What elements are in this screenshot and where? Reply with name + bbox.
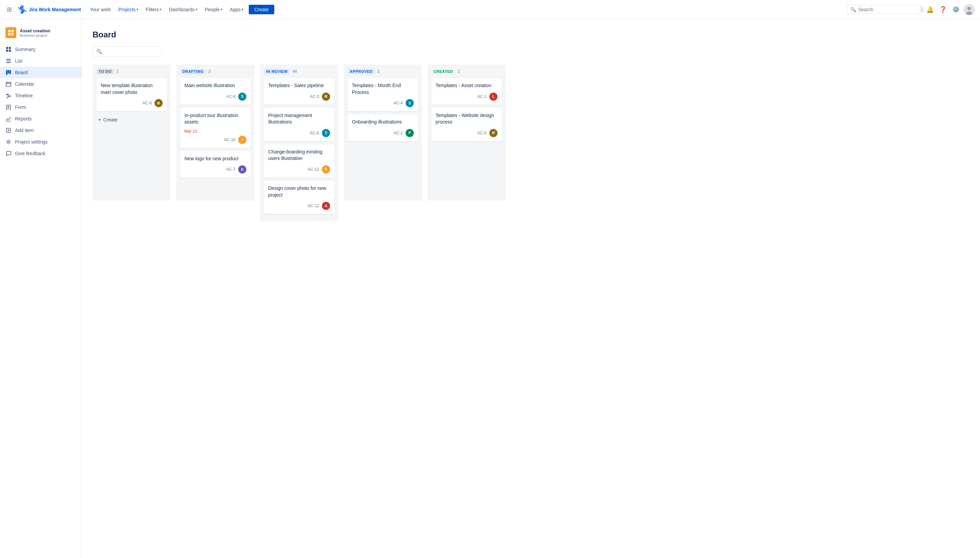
card-ticket-id: AC-3 xyxy=(310,94,319,99)
card-ticket-id: AC-6 xyxy=(478,131,487,135)
card-avatar: J xyxy=(238,136,246,144)
card[interactable]: New template illustration main cover pho… xyxy=(97,78,167,111)
column-count-todo: 1 xyxy=(117,69,119,74)
sidebar-item-add-item[interactable]: Add item xyxy=(0,125,81,136)
nav-your-work[interactable]: Your work xyxy=(87,5,114,14)
logo-text: Jira Work Management xyxy=(29,7,81,12)
grid-icon[interactable]: ⊞ xyxy=(5,5,13,15)
board-search-icon: 🔍 xyxy=(96,49,102,54)
board-search-input[interactable] xyxy=(104,49,164,54)
column-count-created: 2 xyxy=(458,69,460,74)
help-icon[interactable]: ❓ xyxy=(938,5,948,15)
settings-icon[interactable]: ⚙️ xyxy=(951,5,961,15)
sidebar: Asset creation Business project Summary … xyxy=(0,19,82,558)
sidebar-item-calendar[interactable]: Calendar xyxy=(0,78,81,90)
card[interactable]: Templates - Sales pipelineAC-3M xyxy=(264,78,334,105)
card[interactable]: New logo for new productAC-7K xyxy=(181,151,250,178)
list-icon xyxy=(5,58,11,64)
sidebar-item-label: Reports xyxy=(15,116,32,121)
card[interactable]: In-product tour illustration assetsMar 1… xyxy=(181,108,250,148)
form-icon xyxy=(5,104,11,110)
search-input[interactable] xyxy=(858,7,918,12)
svg-point-1 xyxy=(967,7,971,10)
card[interactable]: Main website illustrationAC-6S xyxy=(181,78,250,105)
sidebar-item-timeline[interactable]: Timeline xyxy=(0,90,81,102)
sidebar-item-label: Timeline xyxy=(15,93,33,98)
card[interactable]: Templates - Website design processAC-6M xyxy=(432,108,502,141)
sidebar-item-label: List xyxy=(15,58,23,64)
card-date: Mar 12 xyxy=(184,129,246,134)
card-title: Templates - Asset creation xyxy=(435,82,497,89)
nav-people[interactable]: People ▾ xyxy=(202,5,226,14)
nav-projects[interactable]: Projects ▾ xyxy=(115,5,142,14)
svg-rect-10 xyxy=(9,50,11,52)
nav-apps[interactable]: Apps ▾ xyxy=(227,5,247,14)
project-name: Asset creation xyxy=(20,28,50,33)
svg-rect-20 xyxy=(7,97,8,98)
card[interactable]: Design cover photo for new projectAC-12A xyxy=(264,181,334,214)
svg-rect-13 xyxy=(6,62,11,63)
chevron-down-icon: ▾ xyxy=(196,8,197,11)
card[interactable]: Change-boarding existing users illustrat… xyxy=(264,144,334,177)
svg-rect-8 xyxy=(9,47,11,49)
sidebar-item-label: Project settings xyxy=(15,139,48,144)
sidebar-item-label: Form xyxy=(15,105,26,110)
card-title: Onboarding illustrations xyxy=(352,119,414,126)
create-card-button[interactable]: + Create xyxy=(97,115,167,125)
notifications-icon[interactable]: 🔔 xyxy=(925,5,935,15)
timeline-icon xyxy=(5,92,11,98)
sidebar-item-summary[interactable]: Summary xyxy=(0,44,81,55)
card-ticket-id: AC-4 xyxy=(394,101,403,105)
card[interactable]: Project management illustrationsAC-8S xyxy=(264,108,334,141)
column-count-drafting: 3 xyxy=(208,69,211,74)
board-search-box[interactable]: 🔍 xyxy=(92,46,161,56)
card-title: New template illustration main cover pho… xyxy=(101,82,163,95)
card-title: Change-boarding existing users illustrat… xyxy=(268,149,330,162)
sidebar-item-form[interactable]: Form xyxy=(0,102,81,113)
card-title: In-product tour illustration assets xyxy=(184,112,246,126)
card[interactable]: Onboarding illustrationsAC-2P xyxy=(348,115,418,141)
board-columns: TO DO1New template illustration main cov… xyxy=(92,65,969,222)
board-column-inreview: IN REVIEW44Templates - Sales pipelineAC-… xyxy=(260,65,338,222)
card-title: Templates - Website design process xyxy=(435,112,497,126)
nav-filters[interactable]: Filters ▾ xyxy=(142,5,165,14)
card-ticket-id: AC-18 xyxy=(224,138,235,142)
board-column-drafting: DRAFTING3Main website illustrationAC-6SI… xyxy=(176,65,254,201)
svg-rect-14 xyxy=(6,70,8,75)
user-avatar[interactable] xyxy=(964,4,975,15)
sidebar-item-give-feedback[interactable]: Give feedback xyxy=(0,148,81,159)
card-ticket-id: AC-2 xyxy=(394,131,403,135)
topnav: ⊞ Jira Work Management Your work xyxy=(0,0,980,19)
logo[interactable]: Jira Work Management xyxy=(17,5,81,14)
card-ticket-id: AC-12 xyxy=(308,204,319,208)
search-icon: 🔍 xyxy=(850,7,856,12)
sidebar-item-list[interactable]: List xyxy=(0,55,81,67)
column-label-approved: APPROVED xyxy=(348,69,375,74)
nav-dashboards[interactable]: Dashboards ▾ xyxy=(165,5,201,14)
main-content: Board 🔍 TO DO1New template illustration … xyxy=(82,19,980,558)
chevron-down-icon: ▾ xyxy=(241,8,243,11)
svg-rect-11 xyxy=(6,59,11,59)
column-label-todo: TO DO xyxy=(97,69,114,74)
create-button[interactable]: Create xyxy=(249,5,274,14)
topnav-links: Your work Projects ▾ Filters ▾ Dashboard… xyxy=(87,5,845,14)
feedback-icon xyxy=(5,150,11,156)
svg-rect-18 xyxy=(6,94,9,95)
card-ticket-id: AC-7 xyxy=(226,167,235,172)
card-avatar: P xyxy=(405,129,414,137)
sidebar-item-project-settings[interactable]: Project settings xyxy=(0,136,81,148)
search-box[interactable]: 🔍 / xyxy=(847,5,922,14)
sidebar-item-label: Board xyxy=(15,70,28,75)
sidebar-item-label: Summary xyxy=(15,47,35,52)
svg-rect-5 xyxy=(8,33,11,35)
column-count-approved: 2 xyxy=(378,69,380,74)
card[interactable]: Templates - Month End ProcessAC-4S xyxy=(348,78,418,111)
card-avatar: M xyxy=(154,99,163,107)
card[interactable]: Templates - Asset creationAC-1L xyxy=(432,78,502,105)
sidebar-item-reports[interactable]: Reports xyxy=(0,113,81,125)
sidebar-item-board[interactable]: Board xyxy=(0,67,81,78)
card-title: Project management illustrations xyxy=(268,112,330,126)
board-column-created: CREATED2Templates - Asset creationAC-1LT… xyxy=(427,65,506,201)
page-title: Board xyxy=(92,30,969,39)
svg-rect-6 xyxy=(11,33,14,35)
